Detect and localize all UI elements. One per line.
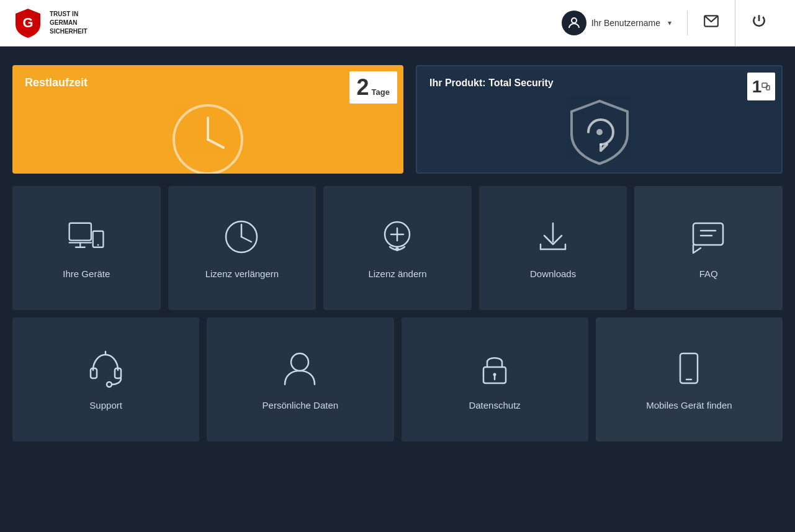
svg-point-21 bbox=[395, 247, 399, 251]
svg-point-31 bbox=[107, 382, 112, 387]
shield-refresh-icon bbox=[562, 98, 637, 166]
header: G TRUST IN GERMAN SICHERHEIT Ihr Benutze… bbox=[0, 0, 795, 47]
tile-support-label: Support bbox=[89, 400, 122, 410]
device-count-icon bbox=[761, 82, 770, 91]
restlaufzeit-title: Restlaufzeit bbox=[25, 76, 391, 89]
headset-icon bbox=[86, 348, 126, 389]
tile-ihre-geraete[interactable]: Ihre Geräte bbox=[12, 186, 161, 310]
svg-text:G: G bbox=[22, 15, 33, 30]
tile-lizenz-aendern[interactable]: Lizenz ändern bbox=[323, 186, 472, 310]
user-avatar-icon bbox=[562, 11, 586, 35]
tile-persoenliche-daten-label: Persönliche Daten bbox=[263, 400, 339, 410]
mobile-icon bbox=[669, 348, 709, 389]
tile-downloads[interactable]: Downloads bbox=[479, 186, 627, 310]
tile-lizenz-verlaengern[interactable]: Lizenz verlängern bbox=[168, 186, 317, 310]
svg-rect-26 bbox=[693, 223, 723, 245]
clock-icon bbox=[222, 217, 262, 257]
power-icon bbox=[751, 13, 767, 33]
power-button[interactable] bbox=[735, 0, 783, 47]
person-icon bbox=[280, 348, 320, 389]
svg-line-17 bbox=[241, 237, 251, 242]
svg-line-5 bbox=[208, 140, 223, 148]
top-cards: Restlaufzeit 2 Tage Ihr Produkt: Total S… bbox=[12, 65, 783, 174]
restlaufzeit-card[interactable]: Restlaufzeit 2 Tage bbox=[12, 65, 403, 174]
gdata-logo-icon: G bbox=[12, 7, 43, 38]
plus-circle-icon bbox=[377, 217, 418, 257]
devices-icon bbox=[66, 217, 107, 257]
tile-persoenliche-daten[interactable]: Persönliche Daten bbox=[207, 317, 393, 441]
tile-datenschutz-label: Datenschutz bbox=[469, 400, 520, 410]
svg-rect-8 bbox=[766, 86, 770, 90]
logo-text: TRUST IN GERMAN SICHERHEIT bbox=[50, 10, 88, 36]
header-right: Ihr Benutzername ▾ bbox=[546, 0, 783, 47]
product-title: Ihr Produkt: Total Security bbox=[429, 78, 769, 89]
tile-datenschutz[interactable]: Datenschutz bbox=[402, 317, 588, 441]
lock-icon bbox=[475, 348, 515, 389]
product-card[interactable]: Ihr Produkt: Total Security 1 bbox=[416, 65, 783, 174]
tile-lizenz-aendern-label: Lizenz ändern bbox=[368, 268, 426, 279]
user-menu[interactable]: Ihr Benutzername ▾ bbox=[546, 11, 688, 35]
download-icon bbox=[533, 217, 573, 257]
product-badge: 1 bbox=[747, 73, 775, 100]
tile-mobiles-geraet[interactable]: Mobiles Gerät finden bbox=[596, 317, 783, 441]
mail-button[interactable] bbox=[688, 0, 735, 47]
tile-downloads-label: Downloads bbox=[530, 268, 576, 279]
mail-icon bbox=[703, 13, 719, 33]
clock-large-icon bbox=[168, 99, 248, 174]
chat-icon bbox=[688, 217, 729, 257]
tile-faq[interactable]: FAQ bbox=[634, 186, 783, 310]
tile-faq-label: FAQ bbox=[699, 268, 718, 279]
username-label: Ihr Benutzername bbox=[591, 18, 660, 28]
svg-rect-9 bbox=[69, 223, 91, 241]
svg-point-1 bbox=[572, 18, 577, 23]
tile-support[interactable]: Support bbox=[12, 317, 199, 441]
chevron-down-icon: ▾ bbox=[668, 19, 671, 27]
tile-ihre-geraete-label: Ihre Geräte bbox=[63, 268, 110, 279]
svg-point-33 bbox=[291, 353, 308, 371]
tile-mobiles-geraet-label: Mobiles Gerät finden bbox=[646, 400, 732, 410]
tile-grid-row1: Ihre Geräte Lizenz verlängern bbox=[12, 186, 783, 310]
tile-grid-row2: Support Persönliche Daten bbox=[12, 317, 783, 441]
svg-point-6 bbox=[596, 129, 603, 135]
main-content: Restlaufzeit 2 Tage Ihr Produkt: Total S… bbox=[0, 47, 795, 454]
logo-area: G TRUST IN GERMAN SICHERHEIT bbox=[12, 7, 88, 38]
tile-lizenz-verlaengern-label: Lizenz verlängern bbox=[205, 268, 279, 279]
